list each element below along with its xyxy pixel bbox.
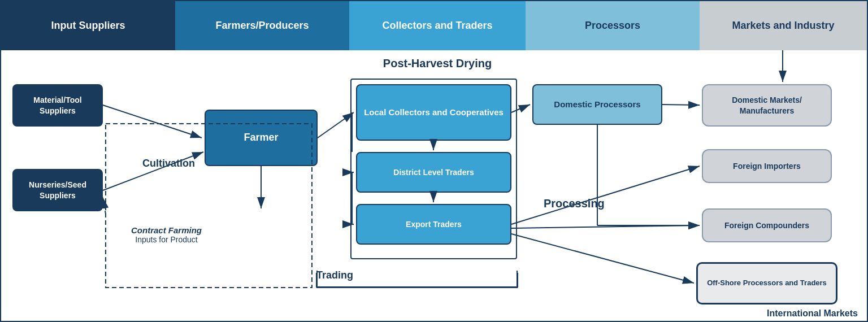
international-markets-label: International Markets xyxy=(767,308,858,319)
district-level-traders-box: District Level Traders xyxy=(356,152,511,193)
header-farmers-label: Farmers/Producers xyxy=(215,20,309,32)
svg-line-6 xyxy=(662,105,700,105)
post-harvest-label: Post-Harvest Drying xyxy=(175,57,700,70)
contract-farming-label: Contract Farming Inputs for Product xyxy=(131,225,202,244)
diagram-container: Input Suppliers Farmers/Producers Collec… xyxy=(0,0,868,322)
svg-line-10 xyxy=(511,225,700,228)
foreign-importers-box: Foreign Importers xyxy=(702,149,832,183)
header-markets-industry: Markets and Industry xyxy=(700,1,867,50)
svg-line-4 xyxy=(318,112,354,138)
material-tool-suppliers-box: Material/Tool Suppliers xyxy=(12,84,103,127)
header-processors-label: Processors xyxy=(585,20,640,32)
domestic-processors-box: Domestic Processors xyxy=(532,84,662,125)
header-processors: Processors xyxy=(526,1,700,50)
svg-line-9 xyxy=(511,166,700,224)
content-area: Post-Harvest Drying Cultivation Processi… xyxy=(1,50,868,322)
domestic-markets-manufacturers-box: Domestic Markets/ Manufacturers xyxy=(702,84,832,127)
offshore-processors-traders-box: Off-Shore Processors and Traders xyxy=(696,262,837,304)
header-row: Input Suppliers Farmers/Producers Collec… xyxy=(1,1,867,50)
svg-line-23 xyxy=(103,197,106,214)
processing-label: Processing xyxy=(544,197,605,210)
farmer-box: Farmer xyxy=(205,110,318,166)
header-markets-label: Markets and Industry xyxy=(732,20,834,32)
nurseries-seed-suppliers-box: Nurseries/Seed Suppliers xyxy=(12,169,103,211)
svg-line-2 xyxy=(103,105,202,138)
trading-label: Trading xyxy=(316,269,353,281)
local-collectors-cooperatives-box: Local Collectors and Cooperatives xyxy=(356,84,511,141)
header-farmers-producers: Farmers/Producers xyxy=(175,1,349,50)
svg-line-11 xyxy=(511,234,694,283)
header-collectors-traders: Collectors and Traders xyxy=(349,1,526,50)
cultivation-label: Cultivation xyxy=(142,158,195,169)
header-collectors-label: Collectors and Traders xyxy=(382,20,492,32)
header-input-suppliers: Input Suppliers xyxy=(1,1,175,50)
header-input-suppliers-label: Input Suppliers xyxy=(51,20,125,32)
foreign-compounders-box: Foreign Compounders xyxy=(702,208,832,242)
export-traders-box: Export Traders xyxy=(356,204,511,245)
